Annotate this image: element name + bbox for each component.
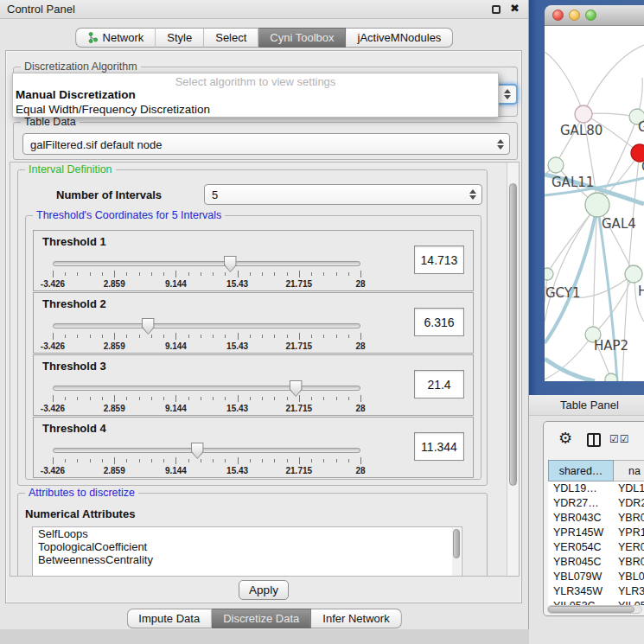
network-node[interactable] <box>575 105 592 123</box>
threshold-3-panel: Threshold 3 -3.4262.8599.14415.4321.7152… <box>33 354 474 416</box>
tab-discretize-data[interactable]: Discretize Data <box>212 609 311 628</box>
table-panel-titlebar: Table Panel <box>529 395 644 416</box>
attribute-list-item[interactable]: SelfLoops <box>33 527 462 540</box>
threshold-4-slider[interactable]: -3.4262.8599.14415.4321.71528 <box>53 442 360 476</box>
table-panel-region: Table Panel ⚙ ☑☑ shared… na YDL19…YDL19Y… <box>529 395 644 644</box>
threshold-1-slider[interactable]: -3.4262.8599.14415.4321.71528 <box>53 255 360 290</box>
threshold-4-panel: Threshold 4 -3.4262.8599.14415.4321.7152… <box>33 417 474 478</box>
threshold-1-panel: Threshold 1 -3.4262.8599.14415.4321.7152… <box>33 230 474 291</box>
node-label: GAL80 <box>560 123 603 138</box>
table-row[interactable]: YBR043CYBR04 <box>548 511 644 526</box>
column-header-name[interactable]: na <box>614 460 644 481</box>
table-body[interactable]: YDL19…YDL19YDR27…YDR27YBR043CYBR04YPR145… <box>548 481 644 605</box>
node-label: GCY1 <box>545 285 581 301</box>
numerical-attributes-list[interactable]: SelfLoopsTopologicalCoefficientBetweenne… <box>32 526 462 576</box>
network-node[interactable] <box>545 268 553 280</box>
control-panel-window: Control Panel ✖ Network Style Select Cyn… <box>0 0 529 629</box>
tab-cyni-toolbox[interactable]: Cyni Toolbox <box>258 28 346 48</box>
status-strip <box>0 629 529 644</box>
interval-definition-group-title: Interval Definition <box>25 163 116 175</box>
table-row[interactable]: YLR345WYLR34 <box>548 584 644 599</box>
application-root: Control Panel ✖ Network Style Select Cyn… <box>0 0 644 644</box>
apply-button[interactable]: Apply <box>239 580 289 600</box>
threshold-1-value-field[interactable]: 14.713 <box>414 245 464 274</box>
node-label: HAP2 <box>594 338 628 354</box>
threshold-1-label: Threshold 1 <box>42 235 106 248</box>
threshold-3-value-field[interactable]: 21.4 <box>414 370 464 399</box>
tab-impute-data[interactable]: Impute Data <box>126 609 212 628</box>
table-row[interactable]: YIL053CYIL05 <box>548 599 644 605</box>
close-icon[interactable]: ✖ <box>510 2 520 15</box>
thresholds-group: Threshold's Coordinates for 5 Intervals … <box>25 215 481 480</box>
tab-network[interactable]: Network <box>75 28 156 48</box>
threshold-3-label: Threshold 3 <box>42 360 106 373</box>
settings-viewport: Interval Definition Number of Intervals … <box>10 163 507 576</box>
minimize-traffic-light-icon[interactable] <box>569 10 580 21</box>
table-row[interactable]: YER054CYER05 <box>548 540 644 555</box>
attribute-list-item[interactable]: BetweennessCentrality <box>33 553 462 566</box>
number-of-intervals-combobox[interactable]: 5 <box>204 184 482 205</box>
table-row[interactable]: YBR045CYBR04 <box>548 555 644 570</box>
network-window-titlebar[interactable] <box>545 5 644 26</box>
network-canvas[interactable]: GAL80G.CGAL11GAL4GCY1HHAP2 <box>545 26 644 381</box>
threshold-3-slider[interactable]: -3.4262.8599.14415.4321.71528 <box>53 379 360 414</box>
attributes-list-scrollbar[interactable] <box>452 528 461 576</box>
thresholds-group-title: Threshold's Coordinates for 5 Intervals <box>33 209 225 221</box>
scrollbar-thumb[interactable] <box>509 183 517 486</box>
popup-item-equal-width-frequency[interactable]: Equal Width/Frequency Discretization <box>13 102 498 117</box>
zoom-traffic-light-icon[interactable] <box>585 10 596 21</box>
tab-style[interactable]: Style <box>156 28 204 48</box>
columns-icon[interactable] <box>587 433 601 447</box>
popup-placeholder-item[interactable]: Select algorithm to view settings <box>13 73 498 87</box>
network-desktop: GAL80G.CGAL11GAL4GCY1HHAP2 <box>529 0 644 395</box>
network-node[interactable] <box>605 373 617 381</box>
control-panel-titlebar: Control Panel ✖ <box>0 0 528 19</box>
close-traffic-light-icon[interactable] <box>552 10 564 21</box>
threshold-4-value-field[interactable]: 11.344 <box>414 432 464 461</box>
threshold-2-slider[interactable]: -3.4262.8599.14415.4321.71528 <box>53 317 360 352</box>
tab-jactivemnodules[interactable]: jActiveMNodules <box>347 28 454 48</box>
attributes-group: Attributes to discretize Numerical Attri… <box>17 493 488 576</box>
threshold-4-label: Threshold 4 <box>42 422 106 435</box>
combobox-stepper-icon <box>495 134 506 154</box>
attribute-list-item[interactable]: TopologicalCoefficient <box>33 540 462 553</box>
gear-icon[interactable]: ⚙ <box>558 429 572 448</box>
threshold-2-value-field[interactable]: 6.316 <box>414 308 464 336</box>
table-row[interactable]: YBL079WYBL07 <box>548 570 644 584</box>
node-label: GAL11 <box>552 175 594 190</box>
table-row[interactable]: YDR27…YDR27 <box>548 496 644 511</box>
tab-select[interactable]: Select <box>204 28 258 48</box>
network-node[interactable] <box>625 265 642 283</box>
table-row[interactable]: YDL19…YDL19 <box>548 481 644 496</box>
number-of-intervals-label: Number of Intervals <box>56 188 162 201</box>
discretization-algorithm-group-title: Discretization Algorithm <box>21 61 141 73</box>
tab-infer-network[interactable]: Infer Network <box>311 609 401 628</box>
column-header-shared[interactable]: shared… <box>548 460 614 481</box>
popup-item-manual-discretization[interactable]: Manual Discretization <box>13 87 498 102</box>
node-label: H <box>638 284 644 299</box>
table-header-row: shared… na <box>548 460 644 481</box>
settings-scrollpane: Interval Definition Number of Intervals … <box>10 162 520 577</box>
attributes-group-title: Attributes to discretize <box>25 487 138 499</box>
numerical-attributes-label: Numerical Attributes <box>25 507 135 520</box>
network-view-window: GAL80G.CGAL11GAL4GCY1HHAP2 <box>545 5 644 381</box>
settings-scrollbar[interactable] <box>507 163 519 576</box>
table-row[interactable]: YPR145WYPR14 <box>548 526 644 540</box>
table-data-combobox[interactable]: galFiltered.sif default node <box>22 133 510 155</box>
network-icon <box>87 32 99 43</box>
node-table: shared… na YDL19…YDL19YDR27…YDR27YBR043C… <box>548 460 644 603</box>
network-node[interactable] <box>548 157 564 173</box>
control-panel-title: Control Panel <box>7 3 75 16</box>
table-horizontal-scrollbar[interactable] <box>547 605 642 614</box>
cyni-bottom-tabs: Impute Data Discretize Data Infer Networ… <box>126 609 401 628</box>
scrollbar-thumb[interactable] <box>548 606 634 613</box>
node-label: GAL4 <box>602 216 636 232</box>
table-data-selected-value: galFiltered.sif default node <box>30 137 162 150</box>
network-node[interactable] <box>585 193 609 217</box>
table-data-group: Table Data galFiltered.sif default node <box>13 122 518 160</box>
table-panel-title: Table Panel <box>560 399 619 411</box>
select-columns-checkboxes-icon[interactable]: ☑☑ <box>609 433 630 445</box>
float-window-icon[interactable] <box>492 5 501 14</box>
threshold-2-label: Threshold 2 <box>42 297 106 310</box>
algorithm-dropdown-popup: Select algorithm to view settings Manual… <box>12 73 499 118</box>
